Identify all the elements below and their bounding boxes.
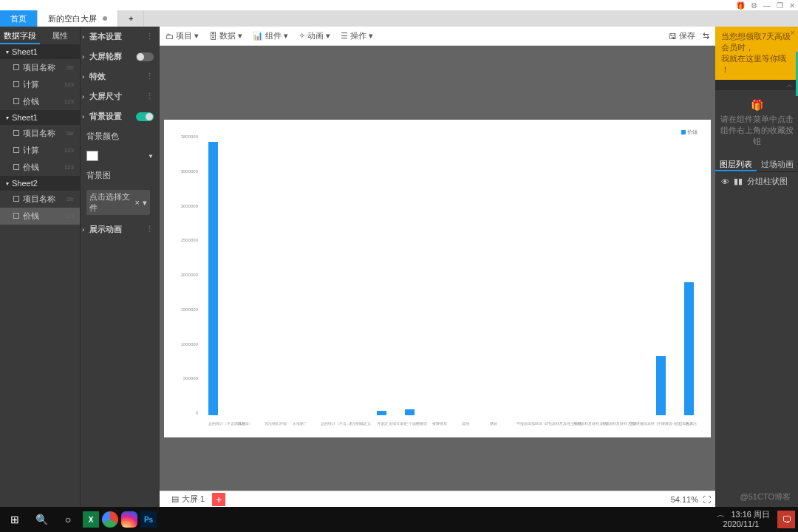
fullscreen-icon[interactable]: ⛶: [703, 495, 711, 504]
x-tick-label: 67包原料及其他三敏感: [545, 421, 554, 426]
cortana-button[interactable]: ○: [56, 508, 80, 531]
properties-panel: 基本设置⋮ 大屏轮廓 特效⋮ 大屏尺寸⋮ 背景设置 背景颜色 ▼ 背景图 点击选…: [80, 27, 160, 507]
sheet-header[interactable]: Sheet1: [0, 110, 80, 125]
action-icon: ☰: [341, 31, 348, 41]
field-item[interactable]: 价钱123: [0, 159, 80, 176]
maximize-button[interactable]: ❐: [777, 1, 783, 10]
toggle-bg[interactable]: [136, 112, 154, 121]
promo-close-icon[interactable]: ×: [791, 28, 795, 37]
bar[interactable]: [377, 411, 386, 415]
prop-bgcolor-value[interactable]: ▼: [81, 146, 160, 166]
tab-layers[interactable]: 图层列表: [715, 156, 757, 171]
field-item[interactable]: 计算123: [0, 76, 80, 93]
color-swatch[interactable]: [86, 151, 98, 161]
eye-icon[interactable]: 👁: [721, 177, 729, 186]
y-tick-label: 3500000: [177, 169, 198, 174]
tab-dashboard[interactable]: 新的空白大屏: [38, 10, 118, 27]
field-item[interactable]: 项目名称Str: [0, 59, 80, 76]
toggle-outline[interactable]: [136, 52, 154, 61]
y-tick-label: 3800000: [177, 134, 198, 139]
y-tick-label: 2000000: [177, 273, 198, 277]
gift-hint-icon: 🎁: [720, 99, 794, 111]
x-tick-label: 无法明确定义: [349, 421, 358, 426]
tab-add[interactable]: +: [118, 10, 144, 27]
x-tick-label: 总的统计（不含...）: [321, 421, 330, 426]
close-button[interactable]: ✕: [789, 1, 795, 10]
prop-outline[interactable]: 大屏轮廓: [81, 47, 160, 66]
sheet-header[interactable]: Sheet1: [0, 44, 80, 59]
prop-bgimg-value[interactable]: 点击选择文件×▾: [81, 185, 160, 219]
prop-size[interactable]: 大屏尺寸⋮: [81, 86, 160, 106]
y-tick-label: 1000000: [177, 342, 198, 347]
taskbar-photoshop[interactable]: Ps: [140, 511, 157, 528]
bar-chart[interactable]: 价钱 0500000100000015000002000000250000030…: [177, 127, 703, 426]
menu-data[interactable]: 🗄数据▾: [209, 30, 242, 41]
notification-button[interactable]: 🗨: [777, 511, 795, 528]
taskbar-clock[interactable]: ︿ 13:16 周日2020/11/1: [708, 510, 774, 529]
tab-data-fields[interactable]: 数据字段: [0, 27, 40, 44]
y-tick-label: 3000000: [177, 204, 198, 208]
layer-label: 分组柱状图: [747, 176, 788, 187]
minimize-button[interactable]: —: [763, 1, 771, 10]
start-button[interactable]: ⊞: [3, 508, 27, 531]
x-tick-label: 无法细化环境: [265, 421, 274, 426]
taskbar-instagram[interactable]: [121, 511, 137, 528]
x-tick-label: 售后: [684, 421, 694, 426]
save-button[interactable]: 🖫保存: [669, 30, 695, 41]
chart-icon: 📊: [253, 31, 263, 41]
anim-icon: ✧: [299, 31, 305, 41]
menu-anim[interactable]: ✧动画▾: [299, 30, 330, 41]
tab-label: 新的空白大屏: [48, 13, 97, 24]
x-tick-label: 申报原因加班等: [516, 421, 526, 426]
menu-action[interactable]: ☰操作▾: [341, 30, 373, 41]
layer-item[interactable]: 👁 ▮▮ 分组柱状图: [715, 172, 798, 191]
gift-icon[interactable]: 🎁: [736, 1, 745, 10]
prop-effect[interactable]: 特效⋮: [81, 66, 160, 86]
y-tick-label: 2500000: [177, 238, 198, 242]
canvas-scroll[interactable]: 价钱 0500000100000015000002000000250000030…: [160, 46, 715, 491]
page-icon: ▤: [171, 494, 179, 504]
page-tab[interactable]: ▤大屏 1: [164, 492, 212, 506]
add-page-button[interactable]: +: [212, 493, 225, 506]
tab-transitions[interactable]: 过场动画: [757, 156, 798, 171]
bar[interactable]: [405, 409, 415, 415]
bar[interactable]: [684, 282, 694, 415]
prop-bgimg-label: 背景图: [81, 166, 160, 185]
prop-basic[interactable]: 基本设置⋮: [81, 27, 160, 47]
prop-bg[interactable]: 背景设置: [81, 106, 160, 126]
search-button[interactable]: 🔍: [30, 508, 53, 531]
barchart-icon: ▮▮: [734, 177, 743, 186]
tray-chevron[interactable]: ︿: [712, 510, 729, 519]
zoom-value: 54.11%: [671, 495, 698, 504]
x-tick-label: 月缴定 全域市场化: [377, 421, 386, 426]
bar[interactable]: [208, 142, 218, 415]
data-fields-panel: 数据字段 属性 Sheet1项目名称Str计算123价钱123Sheet1项目名…: [0, 27, 80, 507]
field-item[interactable]: 价钱123: [0, 208, 80, 225]
field-item[interactable]: 项目名称Str: [0, 191, 80, 208]
taskbar-chrome[interactable]: [102, 511, 118, 528]
x-tick-label: 总的统计（不含调味品等）: [208, 421, 218, 426]
y-tick-label: 0: [177, 411, 198, 415]
favorites-hint: 🎁 请在组件菜单中点击组件右上角的收藏按钮: [715, 90, 798, 156]
settings-icon[interactable]: ⚙: [751, 1, 757, 10]
tab-home[interactable]: 首页: [0, 10, 38, 27]
x-tick-label: (不限降温-国道)加热大法: [656, 421, 666, 426]
sheet-header[interactable]: Sheet2: [0, 176, 80, 191]
dashboard-canvas[interactable]: 价钱 0500000100000015000002000000250000030…: [164, 120, 711, 437]
canvas-toolbar: 🗀项目▾ 🗄数据▾ 📊组件▾ ✧动画▾ ☰操作▾ 🖫保存 ⇆: [160, 27, 715, 46]
x-tick-label: 水塔路厂: [293, 421, 302, 426]
more-button[interactable]: ⇆: [703, 30, 709, 41]
field-item[interactable]: 项目名称Str: [0, 125, 80, 142]
menu-widget[interactable]: 📊组件▾: [253, 30, 288, 41]
prop-bgcolor-label: 背景颜色: [81, 126, 160, 146]
prop-anim[interactable]: 展示动画⋮: [81, 219, 160, 239]
bar[interactable]: [656, 356, 666, 415]
tab-properties-left[interactable]: 属性: [40, 27, 80, 44]
collapse-right-button[interactable]: ︿: [715, 80, 798, 90]
promo-banner: × 当您想领取7天高级会员时， 我就在这里等你哦 ！: [715, 27, 798, 80]
field-item[interactable]: 价钱123: [0, 93, 80, 110]
field-item[interactable]: 计算123: [0, 142, 80, 159]
menu-project[interactable]: 🗀项目▾: [166, 30, 199, 41]
taskbar-excel[interactable]: X: [83, 511, 99, 528]
promo-line2: 我就在这里等你哦 ！: [721, 53, 792, 75]
